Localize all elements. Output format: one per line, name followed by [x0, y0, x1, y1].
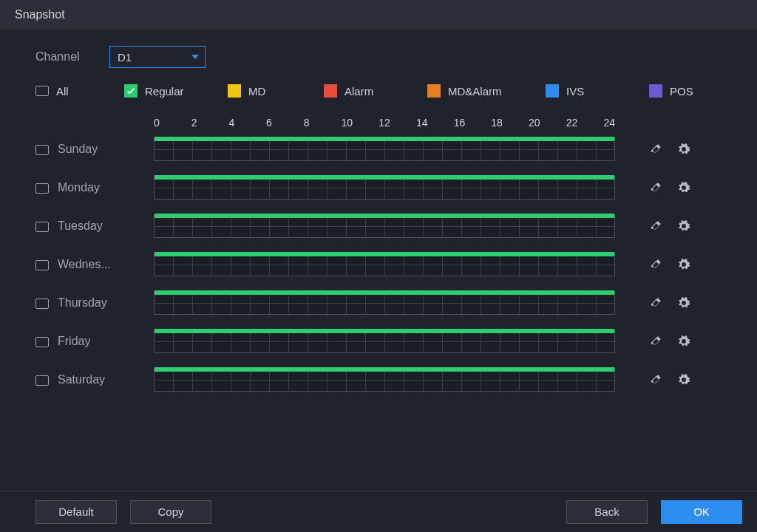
- day-row-saturday: Saturday: [35, 361, 729, 399]
- eraser-icon[interactable]: [649, 143, 662, 156]
- gear-icon[interactable]: [677, 181, 690, 194]
- copy-button[interactable]: Copy: [130, 500, 211, 524]
- color-swatch-mdalarm[interactable]: [427, 84, 441, 98]
- legend-alarm-label: Alarm: [344, 85, 373, 98]
- color-swatch-ivs[interactable]: [546, 84, 559, 98]
- legend-mdalarm[interactable]: MD&Alarm: [427, 84, 546, 98]
- day-checkbox[interactable]: [35, 299, 49, 309]
- color-swatch-md[interactable]: [228, 84, 241, 98]
- channel-row: Channel D1: [35, 46, 729, 68]
- axis-tick: 2: [191, 117, 229, 129]
- day-checkbox[interactable]: [35, 337, 49, 347]
- legend-regular[interactable]: Regular: [124, 84, 228, 98]
- day-actions: [649, 143, 690, 156]
- day-label[interactable]: Monday: [35, 181, 154, 194]
- legend-row: All Regular MD Alarm MD&Alarm: [35, 84, 729, 98]
- schedule-bar-regular[interactable]: [155, 329, 614, 333]
- day-timeline[interactable]: [154, 368, 615, 392]
- day-timeline[interactable]: [154, 176, 615, 200]
- snapshot-window: Snapshot Channel D1 All Regular: [0, 0, 757, 532]
- day-checkbox[interactable]: [35, 183, 49, 194]
- eraser-icon[interactable]: [649, 373, 662, 386]
- window-title: Snapshot: [15, 8, 65, 21]
- gear-icon[interactable]: [677, 143, 690, 156]
- schedule-grid: Sunday: [35, 130, 729, 399]
- legend-ivs[interactable]: IVS: [546, 84, 649, 98]
- default-button[interactable]: Default: [35, 500, 117, 524]
- day-label[interactable]: Wednes...: [35, 258, 154, 271]
- axis-tick: 10: [342, 117, 379, 129]
- eraser-icon[interactable]: [649, 181, 662, 194]
- legend-pos-label: POS: [670, 85, 693, 98]
- day-timeline[interactable]: [154, 291, 615, 315]
- schedule-bar-regular[interactable]: [155, 367, 614, 372]
- axis-tick: 14: [416, 117, 454, 129]
- eraser-icon[interactable]: [649, 296, 662, 310]
- channel-value: D1: [118, 51, 132, 64]
- legend-md[interactable]: MD: [228, 84, 324, 98]
- check-icon: [126, 86, 136, 96]
- axis-tick: 4: [228, 117, 266, 129]
- legend-alarm[interactable]: Alarm: [324, 84, 427, 98]
- titlebar: Snapshot: [0, 0, 757, 30]
- color-swatch-regular[interactable]: [124, 84, 138, 98]
- day-row-monday: Monday: [35, 168, 729, 207]
- checkbox-all[interactable]: [35, 86, 49, 96]
- day-label[interactable]: Sunday: [35, 143, 154, 156]
- day-checkbox[interactable]: [35, 375, 49, 386]
- legend-all[interactable]: All: [35, 85, 124, 98]
- ok-button[interactable]: OK: [661, 500, 742, 524]
- axis-tick: 0: [154, 117, 191, 129]
- day-label[interactable]: Tuesday: [35, 219, 154, 233]
- legend-regular-label: Regular: [145, 85, 184, 98]
- day-name: Sunday: [58, 143, 98, 156]
- day-name: Tuesday: [58, 219, 103, 233]
- footer: Default Copy Back OK: [0, 491, 757, 532]
- day-name: Saturday: [58, 373, 105, 386]
- day-timeline[interactable]: [154, 253, 615, 276]
- legend-pos[interactable]: POS: [649, 84, 723, 98]
- day-label[interactable]: Saturday: [35, 373, 154, 386]
- schedule-bar-regular[interactable]: [155, 252, 614, 256]
- axis-tick: 24: [603, 117, 615, 129]
- day-timeline[interactable]: [154, 330, 615, 353]
- day-label[interactable]: Friday: [35, 335, 154, 348]
- axis-tick: 20: [529, 117, 566, 129]
- eraser-icon[interactable]: [649, 335, 662, 348]
- content-area: Channel D1 All Regular MD: [0, 30, 757, 491]
- day-checkbox[interactable]: [35, 222, 49, 232]
- gear-icon[interactable]: [677, 219, 690, 233]
- day-name: Thursday: [58, 296, 107, 310]
- schedule-bar-regular[interactable]: [155, 175, 614, 180]
- axis-tick: 22: [566, 117, 604, 129]
- day-row-sunday: Sunday: [35, 130, 729, 168]
- schedule-bar-regular[interactable]: [155, 290, 614, 295]
- day-checkbox[interactable]: [35, 145, 49, 155]
- axis-tick: 8: [304, 117, 342, 129]
- schedule-bar-regular[interactable]: [155, 137, 614, 141]
- eraser-icon[interactable]: [649, 258, 662, 271]
- axis-tick: 6: [266, 117, 304, 129]
- gear-icon[interactable]: [677, 373, 690, 386]
- day-timeline[interactable]: [154, 137, 615, 161]
- legend-ivs-label: IVS: [566, 85, 584, 98]
- schedule-bar-regular[interactable]: [155, 214, 614, 218]
- axis-tick: 16: [454, 117, 492, 129]
- day-checkbox[interactable]: [35, 260, 49, 270]
- day-name: Wednes...: [58, 258, 111, 271]
- eraser-icon[interactable]: [649, 219, 662, 233]
- day-row-friday: Friday: [35, 322, 729, 361]
- day-row-thursday: Thursday: [35, 284, 729, 322]
- gear-icon[interactable]: [677, 258, 690, 271]
- back-button[interactable]: Back: [566, 500, 648, 524]
- channel-label: Channel: [35, 50, 95, 64]
- gear-icon[interactable]: [677, 296, 690, 310]
- day-label[interactable]: Thursday: [35, 296, 154, 310]
- channel-dropdown[interactable]: D1: [109, 46, 206, 68]
- timeline-midline: [155, 149, 614, 150]
- color-swatch-pos[interactable]: [649, 84, 662, 98]
- day-timeline[interactable]: [154, 214, 615, 238]
- gear-icon[interactable]: [677, 335, 690, 348]
- color-swatch-alarm[interactable]: [324, 84, 337, 98]
- legend-md-label: MD: [248, 85, 265, 98]
